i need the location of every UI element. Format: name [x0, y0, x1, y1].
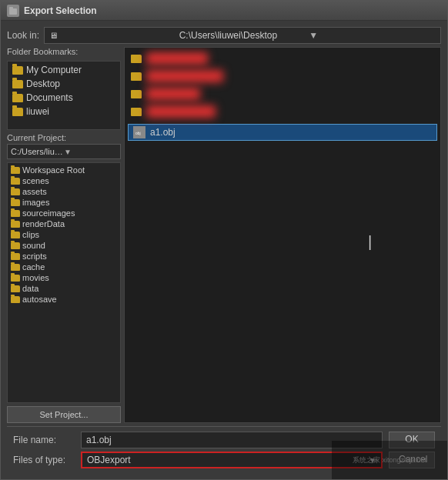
folder-icon: [131, 55, 142, 63]
blurred-item-4: [128, 104, 437, 119]
folder-icon: [12, 108, 23, 116]
look-in-value: C:\Users\liuwei\Desktop: [179, 30, 306, 41]
current-project-combo[interactable]: C:/Users/liuwei/Desk ▼: [7, 144, 121, 159]
tree-folder-icon: [11, 210, 20, 217]
tree-item-label: sourceimages: [22, 208, 75, 218]
redacted-bar: [146, 105, 216, 118]
tree-item-label: scenes: [22, 176, 49, 185]
tree-item-label: renderData: [22, 219, 65, 228]
bookmark-label: Documents: [26, 92, 73, 103]
tree-folder-icon: [11, 242, 20, 249]
tree-folder-icon: [11, 232, 20, 238]
tree-folder-icon: [11, 285, 20, 292]
tree-folder-icon: [11, 188, 20, 195]
watermark: 系统之家 xitongzhija.net: [332, 441, 447, 479]
tree-item-label: sound: [22, 241, 45, 250]
tree-item-label: movies: [22, 273, 49, 282]
blurred-item-2: [128, 68, 437, 84]
tree-folder-icon: [11, 199, 20, 206]
title-bar-icon: [7, 5, 19, 17]
tree-item-label: cache: [22, 262, 45, 272]
tree-item-label: scripts: [22, 252, 47, 261]
tree-folder-icon: [11, 296, 20, 303]
tree-folder-icon: [11, 221, 20, 228]
bookmark-item-desktop[interactable]: Desktop: [8, 77, 120, 91]
tree-item-scenes[interactable]: scenes: [8, 175, 120, 186]
look-in-combo[interactable]: 🖥 C:\Users\liuwei\Desktop ▼: [44, 27, 441, 44]
filetype-label: Files of type:: [13, 455, 75, 465]
bookmarks-list: My Computer Desktop Documents liuwei: [7, 61, 121, 130]
current-project-value: C:/Users/liuwei/Desk: [11, 147, 64, 156]
tree-item-label: images: [22, 198, 49, 207]
title-bar-title: Export Selection: [24, 5, 97, 16]
tree-item-sound[interactable]: sound: [8, 240, 120, 251]
tree-item-movies[interactable]: movies: [8, 272, 120, 283]
redacted-bar: [146, 70, 223, 82]
tree-item-label: clips: [22, 230, 39, 239]
tree-item-autosave[interactable]: autosave: [8, 294, 120, 305]
svg-rect-0: [9, 8, 17, 15]
cursor-pointer: ▏: [369, 235, 379, 250]
tree-item-label: data: [22, 284, 38, 293]
current-project-section: Current Project: C:/Users/liuwei/Desk ▼: [7, 133, 121, 159]
current-project-label: Current Project:: [7, 133, 121, 142]
tree-folder-icon: [11, 167, 20, 174]
svg-rect-1: [9, 7, 13, 9]
bookmark-item-mycomputer[interactable]: My Computer: [8, 63, 120, 77]
folder-icon: [12, 66, 23, 75]
filename-label: File name:: [13, 435, 75, 445]
export-selection-dialog: Export Selection Look in: 🖥 C:\Users\liu…: [0, 0, 448, 480]
folder-icon: [12, 94, 23, 102]
redacted-bar: [146, 88, 200, 100]
svg-text:obj: obj: [135, 131, 141, 135]
tree-item-label: autosave: [22, 295, 57, 304]
right-panel: obj a1.obj ▏: [124, 47, 441, 423]
folder-bookmarks-label: Folder Bookmarks:: [7, 47, 121, 56]
tree-item-workspace[interactable]: Workspace Root: [8, 165, 120, 175]
redacted-bar: [146, 52, 208, 65]
bookmark-label: Desktop: [26, 78, 60, 89]
filetype-value: OBJexport: [87, 455, 131, 465]
redacted-items: [128, 51, 437, 119]
obj-file-icon: obj: [133, 126, 145, 138]
tree-folder-icon: [11, 275, 20, 282]
tree-item-assets[interactable]: assets: [8, 186, 120, 197]
bookmark-item-documents[interactable]: Documents: [8, 91, 120, 105]
folder-icon: [12, 80, 23, 88]
blurred-item-3: [128, 86, 437, 102]
tree-item-label: Workspace Root: [22, 165, 85, 175]
tree-folder-icon: [11, 253, 20, 260]
bookmark-label: My Computer: [26, 65, 82, 75]
selected-file-name: a1.obj: [150, 127, 176, 138]
bookmark-label: liuwei: [26, 106, 49, 117]
set-project-button[interactable]: Set Project...: [7, 406, 121, 423]
left-panel: Folder Bookmarks: My Computer Desktop Do…: [7, 47, 121, 423]
tree-item-renderdata[interactable]: renderData: [8, 218, 120, 229]
project-tree: Workspace Root scenes assets images: [7, 162, 121, 403]
tree-folder-icon: [11, 264, 20, 271]
tree-item-scripts[interactable]: scripts: [8, 251, 120, 262]
tree-item-cache[interactable]: cache: [8, 262, 120, 272]
main-area: Folder Bookmarks: My Computer Desktop Do…: [7, 47, 441, 423]
bookmark-item-liuwei[interactable]: liuwei: [8, 105, 120, 118]
look-in-row: Look in: 🖥 C:\Users\liuwei\Desktop ▼: [7, 27, 441, 44]
tree-item-label: assets: [22, 187, 47, 196]
tree-item-data[interactable]: data: [8, 283, 120, 294]
folder-icon: [131, 90, 142, 98]
title-bar: Export Selection: [1, 1, 447, 21]
dialog-body: Look in: 🖥 C:\Users\liuwei\Desktop ▼ Fol…: [1, 21, 447, 479]
current-project-arrow: ▼: [64, 148, 117, 156]
selected-file-item[interactable]: obj a1.obj: [128, 124, 437, 141]
file-browser[interactable]: obj a1.obj ▏: [124, 47, 441, 423]
watermark-text: 系统之家 xitongzhija.net: [353, 455, 426, 465]
tree-folder-icon: [11, 178, 20, 185]
tree-item-sourceimages[interactable]: sourceimages: [8, 208, 120, 218]
look-in-label: Look in:: [7, 30, 39, 41]
folder-icon: [131, 108, 142, 116]
tree-item-images[interactable]: images: [8, 197, 120, 208]
tree-item-clips[interactable]: clips: [8, 229, 120, 240]
blurred-item-1: [128, 51, 437, 66]
folder-icon: [131, 72, 142, 81]
look-in-arrow: ▼: [309, 30, 436, 41]
